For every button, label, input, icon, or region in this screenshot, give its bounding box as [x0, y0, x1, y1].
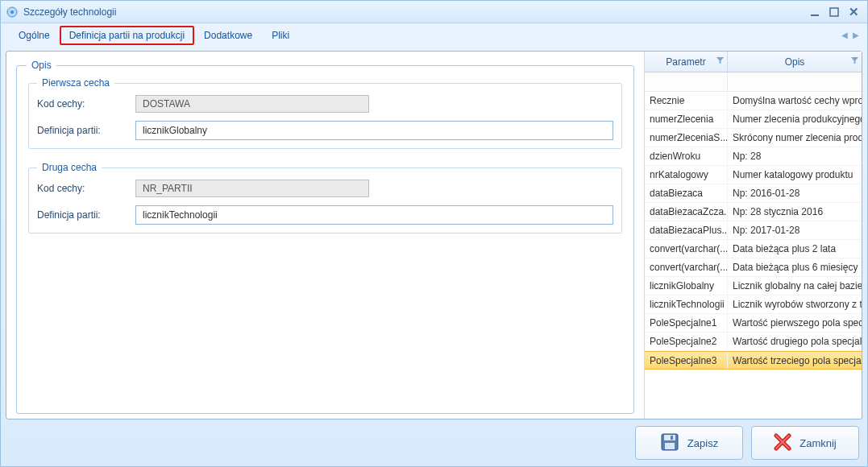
- tab-pliki[interactable]: Pliki: [262, 26, 299, 45]
- svg-rect-6: [665, 443, 675, 449]
- cell-parametr: dzienWroku: [645, 147, 728, 165]
- tab-next-icon[interactable]: ▶: [853, 31, 859, 39]
- minimize-button[interactable]: [806, 5, 824, 19]
- cell-parametr: licznikTechnologii: [645, 295, 728, 313]
- column-header-parametr-label: Parametr: [666, 56, 705, 68]
- table-row[interactable]: PoleSpecjalne1Wartość pierwszego pola sp…: [645, 314, 862, 333]
- column-header-parametr[interactable]: Parametr: [645, 52, 728, 72]
- cell-opis: Np: 2016-01-28: [728, 184, 862, 202]
- input-definicja-partii-1[interactable]: [135, 121, 613, 140]
- cell-parametr: PoleSpecjalne2: [645, 333, 728, 350]
- table-row[interactable]: convert(varchar(...Data bieżąca plus 2 l…: [645, 240, 862, 258]
- cell-opis: Wartość drugiego pola specjal...: [728, 333, 862, 350]
- cell-opis: Wartość pierwszego pola specj...: [728, 314, 862, 332]
- window: Szczegóły technologii ✕ Ogólne Definicja…: [0, 0, 868, 467]
- cell-parametr: dataBiezaca: [645, 184, 728, 202]
- table-row[interactable]: licznikTechnologiiLicznik wyrobów stworz…: [645, 295, 862, 314]
- cell-opis: Licznik globalny na całej bazie: [728, 277, 862, 295]
- field-kod-cechy-1: DOSTAWA: [135, 95, 369, 113]
- titlebar: Szczegóły technologii ✕: [1, 1, 867, 23]
- tab-prev-icon[interactable]: ◀: [841, 31, 848, 39]
- cell-opis: Licznik wyrobów stworzony z t...: [728, 295, 862, 313]
- table-row[interactable]: dzienWrokuNp: 28: [645, 147, 862, 166]
- content-area: Opis Pierwsza cecha Kod cechy: DOSTAWA D…: [6, 51, 862, 419]
- cell-parametr: nrKatalogowy: [645, 166, 728, 184]
- tab-ogolne[interactable]: Ogólne: [9, 26, 60, 45]
- table-row[interactable]: PoleSpecjalne3Wartość trzeciego pola spe…: [645, 351, 862, 370]
- table-row[interactable]: convert(varchar(...Data bieżąca plus 6 m…: [645, 258, 862, 277]
- cell-opis: Numer zlecenia produkcyjnego: [728, 110, 862, 128]
- close-button-label: Zamknij: [799, 437, 837, 449]
- table-filter-row[interactable]: [645, 72, 862, 92]
- right-pane: Parametr Opis RecznieDomyślna wartość ce…: [644, 52, 862, 419]
- table-row[interactable]: dataBiezacaNp: 2016-01-28: [645, 184, 862, 203]
- tab-row: Ogólne Definicja partii na produkcji Dod…: [1, 23, 867, 47]
- group-pierwsza-cecha: Pierwsza cecha Kod cechy: DOSTAWA Defini…: [28, 77, 622, 149]
- window-title: Szczegóły technologii: [23, 6, 116, 18]
- table-row[interactable]: nrKatalogowyNumer katalogowy produktu: [645, 166, 862, 184]
- group-druga-cecha: Druga cecha Kod cechy: NR_PARTII Definic…: [28, 162, 622, 234]
- cell-parametr: licznikGlobalny: [645, 277, 728, 295]
- group-opis: Opis Pierwsza cecha Kod cechy: DOSTAWA D…: [16, 60, 634, 414]
- svg-rect-5: [664, 435, 675, 440]
- cell-parametr: PoleSpecjalne1: [645, 314, 728, 332]
- cell-opis: Data bieżąca plus 2 lata: [728, 240, 862, 258]
- close-icon: [774, 433, 791, 453]
- svg-rect-3: [830, 8, 838, 16]
- input-definicja-partii-2[interactable]: [135, 205, 613, 225]
- footer: Zapisz Zamknij: [635, 426, 859, 460]
- tab-dodatkowe[interactable]: Dodatkowe: [194, 26, 262, 45]
- cell-parametr: numerZlecenia: [645, 110, 728, 128]
- cell-opis: Numer katalogowy produktu: [728, 166, 862, 184]
- table-row[interactable]: numerZleceniaNumer zlecenia produkcyjneg…: [645, 110, 862, 129]
- group-druga-legend: Druga cecha: [37, 162, 102, 173]
- cell-opis: Wartość trzeciego pola specjal...: [728, 352, 862, 369]
- cell-opis: Domyślna wartość cechy wpro...: [728, 92, 862, 110]
- label-kod-cechy-1: Kod cechy:: [37, 98, 135, 110]
- left-pane: Opis Pierwsza cecha Kod cechy: DOSTAWA D…: [6, 52, 644, 419]
- save-button[interactable]: Zapisz: [635, 426, 743, 460]
- cell-parametr: numerZleceniaS...: [645, 129, 728, 147]
- cell-parametr: PoleSpecjalne3: [645, 352, 728, 369]
- cell-opis: Skrócony numer zlecenia prod...: [728, 129, 862, 147]
- table-row[interactable]: licznikGlobalnyLicznik globalny na całej…: [645, 277, 862, 295]
- column-header-opis[interactable]: Opis: [728, 52, 862, 72]
- cell-opis: Data bieżąca plus 6 miesięcy: [728, 258, 862, 276]
- maximize-button[interactable]: [825, 5, 843, 19]
- save-button-label: Zapisz: [687, 437, 718, 449]
- cell-parametr: dataBiezacaZcza...: [645, 203, 728, 221]
- table-row[interactable]: dataBiezacaPlus...Np: 2017-01-28: [645, 221, 862, 240]
- cell-parametr: Recznie: [645, 92, 728, 110]
- tab-nav: ◀ ▶: [841, 31, 859, 39]
- cell-opis: Np: 28 stycznia 2016: [728, 203, 862, 221]
- group-pierwsza-legend: Pierwsza cecha: [37, 77, 114, 89]
- save-icon: [660, 432, 679, 454]
- filter-icon[interactable]: [851, 57, 858, 66]
- column-header-opis-label: Opis: [785, 56, 805, 68]
- close-button[interactable]: ✕: [845, 5, 862, 19]
- cell-parametr: convert(varchar(...: [645, 240, 728, 258]
- label-definicja-partii-1: Definicja partii:: [37, 125, 135, 136]
- app-icon: [6, 6, 19, 19]
- table-header: Parametr Opis: [645, 52, 862, 72]
- label-kod-cechy-2: Kod cechy:: [37, 183, 135, 194]
- table-row[interactable]: numerZleceniaS...Skrócony numer zlecenia…: [645, 129, 862, 147]
- field-kod-cechy-2: NR_PARTII: [135, 180, 369, 197]
- close-button-footer[interactable]: Zamknij: [751, 426, 859, 460]
- cell-parametr: convert(varchar(...: [645, 258, 728, 276]
- svg-point-1: [10, 10, 14, 14]
- svg-rect-7: [671, 436, 673, 440]
- cell-opis: Np: 2017-01-28: [728, 221, 862, 239]
- filter-icon[interactable]: [716, 57, 724, 66]
- table-row[interactable]: RecznieDomyślna wartość cechy wpro...: [645, 92, 862, 110]
- table-row[interactable]: dataBiezacaZcza...Np: 28 stycznia 2016: [645, 203, 862, 221]
- tab-definicja-partii[interactable]: Definicja partii na produkcji: [60, 26, 194, 45]
- cell-opis: Np: 28: [728, 147, 862, 165]
- group-opis-legend: Opis: [27, 60, 56, 71]
- table-row[interactable]: PoleSpecjalne2Wartość drugiego pola spec…: [645, 333, 862, 351]
- label-definicja-partii-2: Definicja partii:: [37, 209, 135, 221]
- svg-rect-2: [811, 14, 819, 16]
- cell-parametr: dataBiezacaPlus...: [645, 221, 728, 239]
- table-body: RecznieDomyślna wartość cechy wpro...num…: [645, 92, 862, 419]
